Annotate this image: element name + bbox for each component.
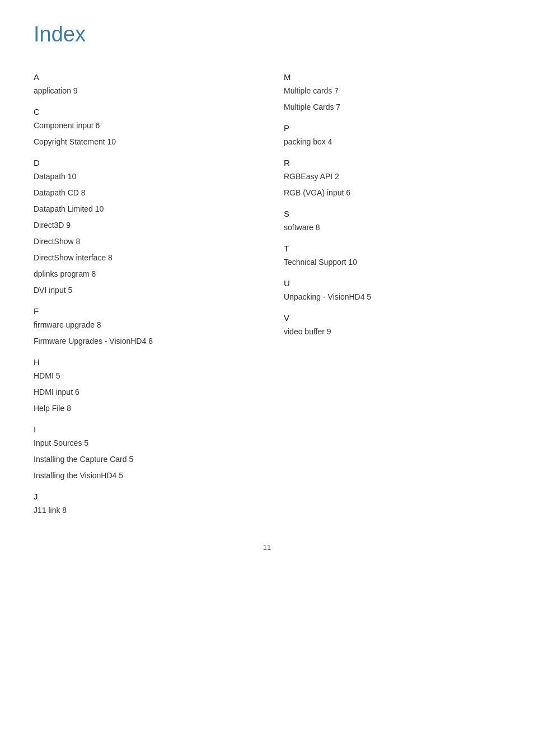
- index-entry: Datapath CD 8: [34, 187, 250, 199]
- left-column: Aapplication 9CComponent input 6Copyrigh…: [34, 62, 267, 521]
- index-letter-v: V: [284, 313, 500, 323]
- index-entry: Copyright Statement 10: [34, 136, 250, 148]
- right-column: MMultiple cards 7Multiple Cards 7Ppackin…: [267, 62, 500, 521]
- index-letter-j: J: [34, 492, 250, 501]
- page-title: Index: [34, 22, 500, 46]
- index-entry: Installing the VisionHD4 5: [34, 470, 250, 482]
- index-letter-a: A: [34, 72, 250, 82]
- index-entry: Component input 6: [34, 120, 250, 132]
- index-letter-d: D: [34, 158, 250, 167]
- index-entry: Installing the Capture Card 5: [34, 454, 250, 465]
- index-container: Aapplication 9CComponent input 6Copyrigh…: [34, 62, 500, 521]
- index-letter-f: F: [34, 306, 250, 316]
- index-entry: HDMI input 6: [34, 386, 250, 398]
- index-letter-c: C: [34, 107, 250, 116]
- index-letter-h: H: [34, 357, 250, 367]
- index-letter-p: P: [284, 123, 500, 133]
- page-number: 11: [263, 543, 271, 552]
- index-entry: video buffer 9: [284, 326, 500, 338]
- index-letter-u: U: [284, 278, 500, 288]
- index-entry: Technical Support 10: [284, 256, 500, 268]
- index-entry: firmware upgrade 8: [34, 319, 250, 331]
- index-letter-t: T: [284, 244, 500, 253]
- index-entry: Multiple Cards 7: [284, 101, 500, 113]
- index-entry: Direct3D 9: [34, 220, 250, 231]
- index-letter-i: I: [34, 424, 250, 434]
- index-entry: DirectShow interface 8: [34, 252, 250, 264]
- index-entry: DirectShow 8: [34, 236, 250, 248]
- index-entry: Multiple cards 7: [284, 85, 500, 97]
- index-entry: RGB (VGA) input 6: [284, 187, 500, 199]
- index-entry: Datapath 10: [34, 171, 250, 183]
- index-entry: DVI input 5: [34, 284, 250, 296]
- index-entry: Firmware Upgrades - VisionHD4 8: [34, 335, 250, 347]
- index-entry: application 9: [34, 85, 250, 97]
- index-entry: packing box 4: [284, 136, 500, 148]
- index-entry: Input Sources 5: [34, 437, 250, 449]
- index-entry: RGBEasy API 2: [284, 171, 500, 183]
- index-letter-s: S: [284, 209, 500, 218]
- index-entry: software 8: [284, 222, 500, 234]
- index-entry: Unpacking - VisionHD4 5: [284, 291, 500, 303]
- index-entry: Datapath Limited 10: [34, 203, 250, 215]
- index-letter-r: R: [284, 158, 500, 167]
- index-entry: Help File 8: [34, 403, 250, 414]
- index-entry: HDMI 5: [34, 370, 250, 382]
- page-footer: 11: [34, 543, 500, 552]
- index-entry: J11 link 8: [34, 505, 250, 516]
- index-entry: dplinks program 8: [34, 268, 250, 280]
- index-letter-m: M: [284, 72, 500, 82]
